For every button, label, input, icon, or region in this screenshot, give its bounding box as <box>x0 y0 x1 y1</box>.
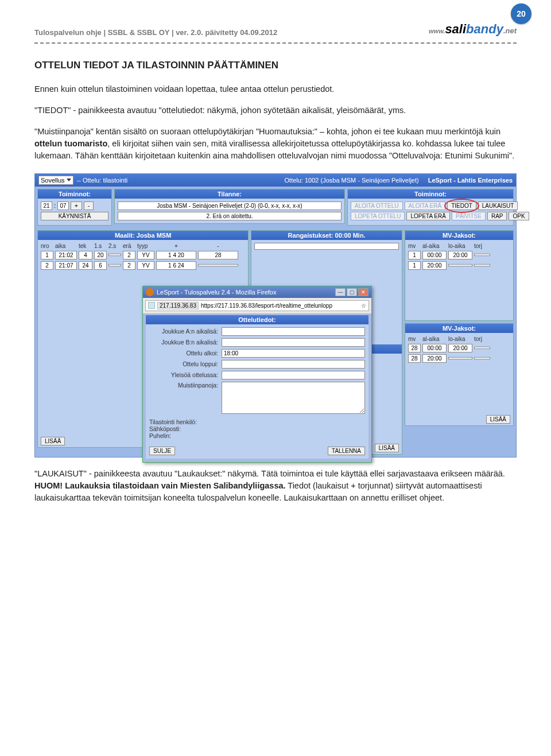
maximize-button[interactable]: ▢ <box>347 288 357 296</box>
cell[interactable]: 28 <box>408 344 421 352</box>
star-icon[interactable]: ☆ <box>361 303 366 309</box>
label-ottelu-alkoi: Ottelu alkoi: <box>149 350 218 356</box>
modal-panel-head: Ottelutiedot: <box>146 315 368 324</box>
paivitse-button[interactable]: PÄIVITSE <box>452 212 486 220</box>
laukaisut-button[interactable]: LAUKAISUT <box>478 201 518 210</box>
aloita-era-button[interactable]: ALOITA ERÄ <box>405 201 446 210</box>
modal-titlebar[interactable]: LeSport - Tulospalvelu 2.4 - Mozilla Fir… <box>143 286 371 298</box>
url-text: https://217.119.36.83/lesport-rt/realtim… <box>201 303 359 309</box>
time-hours[interactable]: 21 <box>41 201 52 210</box>
cell[interactable]: 20:00 <box>448 251 472 259</box>
cell[interactable] <box>474 264 490 266</box>
cell[interactable]: 6 <box>94 261 107 270</box>
start-button[interactable]: KÄYNNISTÄ <box>41 212 108 220</box>
cell[interactable]: 2 <box>41 261 53 270</box>
cell[interactable]: 20:00 <box>422 261 447 270</box>
modal-close-button[interactable]: SULJE <box>149 447 175 455</box>
cell[interactable]: 00:00 <box>422 344 447 352</box>
time-minus-button[interactable]: - <box>84 201 94 210</box>
time-plus-button[interactable]: + <box>71 201 82 210</box>
col-lo: lo-aika <box>448 336 472 342</box>
ottelu-dropdown-label: -- Ottelu: tilastointi <box>77 177 128 184</box>
input-aikalisa-b[interactable] <box>222 338 365 347</box>
logo: www.salibandy.net <box>429 22 517 37</box>
cell[interactable]: 4 <box>79 251 92 259</box>
lisaa-mv-button[interactable]: LISÄÄ <box>486 415 510 424</box>
label-yleisoa: Yleisöä ottelussa: <box>149 371 218 378</box>
cell[interactable] <box>108 254 121 256</box>
lopeta-ottelu-button[interactable]: LOPETA OTTELU <box>351 212 405 220</box>
panel-head-mv: MV-Jaksot: <box>405 231 513 240</box>
input-yleisoa[interactable] <box>222 371 365 379</box>
cell[interactable] <box>448 264 472 266</box>
cell[interactable]: 1 6 24 <box>156 261 196 270</box>
minimize-button[interactable]: — <box>335 288 346 296</box>
cell[interactable]: YV <box>137 251 154 259</box>
maalit-row: 2 21:07 24 6 2 YV 1 6 24 <box>41 261 245 270</box>
cell[interactable]: 20:00 <box>422 354 447 363</box>
modal-urlbar[interactable]: 217.119.36.83 https://217.119.36.83/lesp… <box>145 300 369 311</box>
cell[interactable] <box>474 347 490 349</box>
col-era: erä <box>123 243 135 249</box>
para4-bold: HUOM! Laukauksia tilastoidaan vain Miest… <box>34 481 286 490</box>
panel-tilanne: Tilanne: Josba MSM - Seinäjoen Pelivelje… <box>114 189 345 224</box>
cell[interactable]: 28 <box>408 354 421 363</box>
cell[interactable]: 1 <box>408 251 421 259</box>
lopeta-era-button[interactable]: LOPETA ERÄ <box>406 212 450 220</box>
input-ottelu-loppui[interactable] <box>222 360 365 369</box>
lisaa-rang-button[interactable]: LISÄÄ <box>375 444 399 452</box>
col-plus: + <box>156 243 196 249</box>
aloita-ottelu-button[interactable]: ALOITA OTTELU <box>351 201 403 210</box>
cell[interactable]: 20 <box>94 251 107 259</box>
cell[interactable]: 20:00 <box>448 344 472 352</box>
cell[interactable] <box>474 254 490 256</box>
rap-button[interactable]: RAP <box>487 212 507 220</box>
label-tilastointi-henkilo: Tilastointi henkilö: <box>149 418 365 425</box>
cell[interactable]: 21:02 <box>55 251 77 259</box>
input-aikalisa-a[interactable] <box>222 327 365 336</box>
app-title: LeSport - Lahtis Enterprises <box>428 177 513 184</box>
panel-head-tilanne: Tilanne: <box>115 189 344 199</box>
col-tyyp: tyyp <box>137 243 154 249</box>
cell[interactable]: 1 <box>408 261 421 270</box>
cell[interactable]: 28 <box>198 251 238 259</box>
cell[interactable]: 1 <box>41 251 53 259</box>
logo-sali: sali <box>445 22 466 36</box>
paragraph-1: Ennen kuin ottelun tilastoiminen voidaan… <box>34 83 517 95</box>
cell[interactable] <box>198 264 238 266</box>
mv-row: 1 00:00 20:00 <box>408 251 510 259</box>
input-ottelu-alkoi[interactable] <box>222 349 365 358</box>
col-mv: mv <box>408 243 421 249</box>
document-body-continued: "LAUKAISUT" - painikkeesta avautuu "Lauk… <box>0 468 551 504</box>
cell[interactable]: 21:07 <box>55 261 77 270</box>
cell[interactable]: 2 <box>123 251 135 259</box>
col-minus: - <box>198 243 238 249</box>
modal-panel: Ottelutiedot: Joukkue A:n aikalisä: Jouk… <box>146 315 368 459</box>
cell[interactable] <box>108 264 121 266</box>
cell[interactable]: 24 <box>79 261 92 270</box>
chevron-down-icon <box>67 179 71 181</box>
time-minutes[interactable]: 07 <box>57 201 69 210</box>
modal-save-button[interactable]: TALLENNA <box>328 447 365 455</box>
sovellus-dropdown[interactable]: Sovellus <box>38 176 73 185</box>
mv-row: 1 20:00 <box>408 261 510 270</box>
cell[interactable] <box>448 357 472 359</box>
col-torj: torj <box>474 336 490 342</box>
col-al: al-aika <box>422 243 447 249</box>
input-muistiinpanoja[interactable] <box>222 382 365 414</box>
cell[interactable]: 2 <box>123 261 135 270</box>
page-number-badge: 20 <box>511 3 531 24</box>
opk-button[interactable]: OPK <box>509 212 529 220</box>
cell[interactable]: 00:00 <box>422 251 447 259</box>
cell[interactable]: 1 4 20 <box>156 251 196 259</box>
url-host: 217.119.36.83 <box>157 302 199 309</box>
col-tek: tek <box>79 243 92 249</box>
cell[interactable] <box>474 357 490 359</box>
logo-net: .net <box>503 26 517 35</box>
document-header: Tulospalvelun ohje | SSBL & SSBL OY | ve… <box>0 0 551 40</box>
lisaa-maalit-button[interactable]: LISÄÄ <box>41 437 65 445</box>
cell[interactable]: YV <box>137 261 154 270</box>
close-button[interactable]: ✕ <box>358 288 368 296</box>
tiedot-button[interactable]: TIEDOT <box>447 201 476 210</box>
panel-toiminnot-left: Toiminnot: 21 : 07 + - KÄYNNISTÄ <box>37 189 112 226</box>
